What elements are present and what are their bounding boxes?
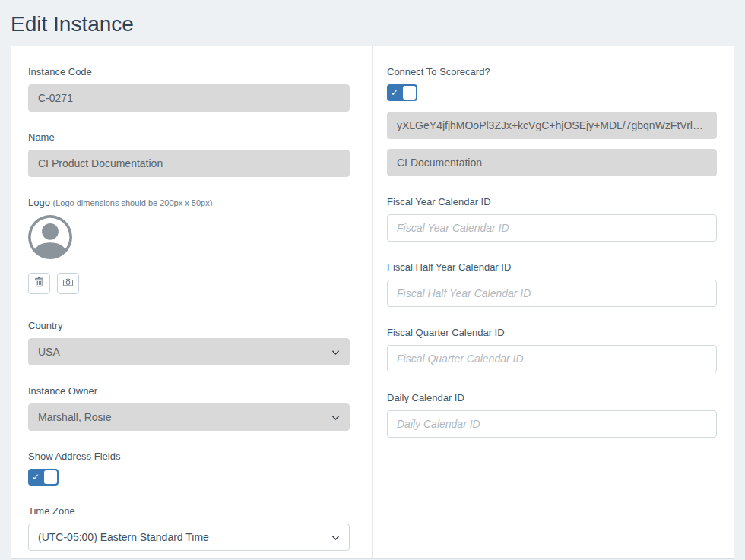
show-address-fields-label: Show Address Fields <box>28 451 350 462</box>
country-select-value: USA <box>38 346 60 358</box>
logo-group: Logo (Logo dimensions should be 200px x … <box>28 197 350 294</box>
time-zone-label: Time Zone <box>28 505 350 517</box>
page-title: Edit Instance <box>11 12 734 36</box>
logo-dimensions-note: (Logo dimensions should be 200px x 50px) <box>53 198 213 207</box>
name-label: Name <box>28 131 350 143</box>
time-zone-select-value: (UTC-05:00) Eastern Standard Time <box>38 531 209 543</box>
show-address-fields-group: Show Address Fields ✓ <box>28 451 350 486</box>
chevron-down-icon <box>331 413 340 422</box>
time-zone-select[interactable]: (UTC-05:00) Eastern Standard Time <box>28 524 350 551</box>
connect-to-scorecard-group: Connect To Scorecard? ✓ <box>387 66 717 101</box>
time-zone-group: Time Zone (UTC-05:00) Eastern Standard T… <box>28 505 350 551</box>
check-icon: ✓ <box>391 87 398 99</box>
name-group: Name <box>28 131 350 177</box>
logo-label-text: Logo <box>28 197 50 208</box>
toggle-knob <box>403 86 416 100</box>
instance-code-label: Instance Code <box>28 66 350 78</box>
connect-to-scorecard-toggle[interactable]: ✓ <box>387 84 417 101</box>
instance-owner-group: Instance Owner Marshall, Rosie <box>28 385 350 431</box>
daily-calendar-label: Daily Calendar ID <box>387 392 717 403</box>
trash-icon <box>34 277 44 289</box>
logo-actions <box>28 273 350 294</box>
country-group: Country USA <box>28 320 350 365</box>
logo-avatar <box>28 215 350 262</box>
show-address-fields-toggle[interactable]: ✓ <box>28 469 59 486</box>
fiscal-quarter-calendar-input[interactable] <box>387 345 717 372</box>
country-label: Country <box>28 320 350 331</box>
instance-owner-select[interactable]: Marshall, Rosie <box>28 403 350 431</box>
instance-owner-select-value: Marshall, Rosie <box>38 411 111 423</box>
scorecard-name-group <box>387 149 717 176</box>
check-icon: ✓ <box>32 471 40 483</box>
person-circle-icon <box>28 248 72 261</box>
fiscal-year-calendar-input[interactable] <box>387 214 717 242</box>
chevron-down-icon <box>331 348 340 356</box>
scorecard-name-field <box>387 149 717 176</box>
page-header: Edit Instance <box>0 0 745 46</box>
instance-owner-label: Instance Owner <box>28 385 350 397</box>
chevron-down-icon <box>331 533 340 542</box>
form-left-column: Instance Code Name Logo (Logo dimensions… <box>11 46 372 558</box>
name-field <box>28 150 350 177</box>
fiscal-quarter-calendar-label: Fiscal Quarter Calendar ID <box>387 327 717 338</box>
daily-calendar-group: Daily Calendar ID <box>387 392 717 438</box>
country-select[interactable]: USA <box>28 338 350 365</box>
edit-instance-form: Instance Code Name Logo (Logo dimensions… <box>11 46 734 559</box>
logo-label: Logo (Logo dimensions should be 200px x … <box>28 197 350 208</box>
daily-calendar-input[interactable] <box>387 410 717 438</box>
scorecard-key-group <box>387 112 717 139</box>
instance-code-field <box>28 84 350 112</box>
instance-code-group: Instance Code <box>28 66 350 112</box>
camera-icon <box>63 277 73 289</box>
upload-logo-button[interactable] <box>57 273 79 294</box>
fiscal-year-calendar-label: Fiscal Year Calendar ID <box>387 196 717 207</box>
fiscal-year-calendar-group: Fiscal Year Calendar ID <box>387 196 717 242</box>
toggle-knob <box>44 470 57 484</box>
scorecard-key-field <box>387 112 717 139</box>
fiscal-half-year-calendar-label: Fiscal Half Year Calendar ID <box>387 261 717 273</box>
fiscal-half-year-calendar-group: Fiscal Half Year Calendar ID <box>387 261 717 307</box>
connect-to-scorecard-label: Connect To Scorecard? <box>387 66 717 78</box>
form-right-column: Connect To Scorecard? ✓ Fiscal Year Cale… <box>372 46 734 558</box>
delete-logo-button[interactable] <box>28 273 50 294</box>
fiscal-half-year-calendar-input[interactable] <box>387 280 717 307</box>
fiscal-quarter-calendar-group: Fiscal Quarter Calendar ID <box>387 327 717 372</box>
